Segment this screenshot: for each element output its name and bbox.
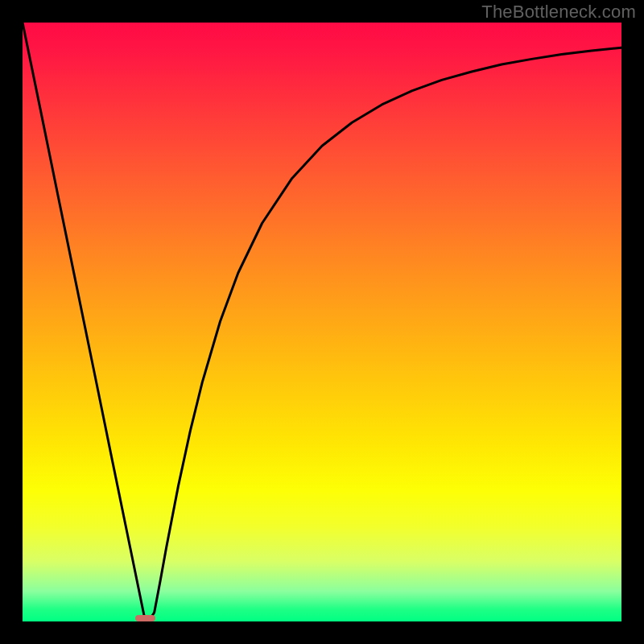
optimal-marker (135, 615, 155, 621)
bottleneck-curve (23, 23, 621, 621)
curve-layer (23, 23, 621, 621)
watermark-text: TheBottleneck.com (481, 2, 636, 23)
chart-frame: TheBottleneck.com (0, 0, 644, 644)
plot-area (23, 23, 621, 621)
